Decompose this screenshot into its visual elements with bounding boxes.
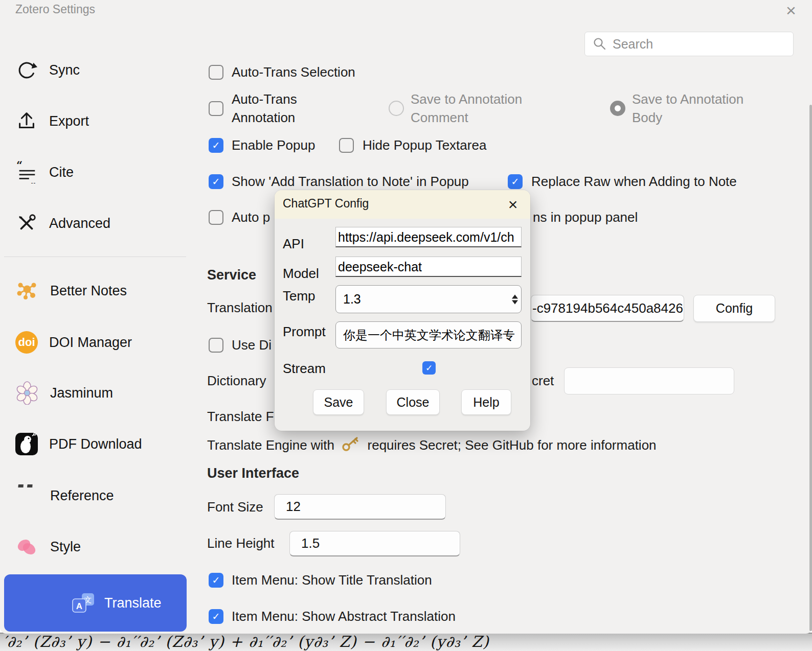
window-close-icon[interactable]: × <box>778 0 804 21</box>
sidebar-label: DOI Manager <box>49 335 132 351</box>
sidebar-item-jasminum[interactable]: Jasminum <box>15 377 113 409</box>
font-size-input[interactable]: 12 <box>274 494 446 520</box>
api-label: API <box>283 236 304 252</box>
popup-panel-label-partial: ns in popup panel <box>533 208 638 226</box>
sidebar-item-cite[interactable]: “ „ Cite <box>15 156 74 189</box>
prompt-input[interactable]: 你是一个中英文学术论文翻译专 <box>335 321 522 348</box>
auto-trans-annotation-checkbox[interactable] <box>209 101 223 116</box>
export-icon <box>15 110 38 132</box>
model-input[interactable]: deepseek-chat <box>335 257 522 277</box>
show-add-translation-label: Show 'Add Translation to Note' in Popup <box>232 172 469 191</box>
svg-text:„: „ <box>30 174 36 183</box>
show-add-translation-checkbox[interactable]: ✓ <box>209 174 223 189</box>
enable-popup-label: Enable Popup <box>232 136 315 154</box>
save-button[interactable]: Save <box>313 389 364 415</box>
check-icon: ✓ <box>212 575 220 585</box>
dictionary-label: Dictionary <box>207 371 266 390</box>
zotero-settings-window: Zotero Settings × Search Sync Export “ „ <box>0 0 812 634</box>
sidebar-label: Better Notes <box>50 283 127 299</box>
save-to-annotation-body-radio[interactable] <box>610 101 625 116</box>
check-icon: ✓ <box>511 177 520 187</box>
dialog-title: ChatGPT Config <box>283 197 369 211</box>
translation-label: Translation <box>207 298 273 317</box>
dialog-close-icon[interactable]: × <box>503 193 523 216</box>
petals-icon <box>15 535 39 559</box>
engine-note: Translate Engine with requires Secret; S… <box>207 436 657 454</box>
math-formula: ′∂₂’ (Z∂₃’ y) − ∂₁′′∂₂’ (Z∂₃’ y) + ∂₁′′∂… <box>3 633 489 650</box>
sidebar-item-reference[interactable]: “ Reference <box>15 479 114 512</box>
doi-icon: doi <box>15 331 38 354</box>
stream-label: Stream <box>283 361 326 377</box>
sidebar-label: Jasminum <box>50 385 113 401</box>
stream-checkbox[interactable]: ✓ <box>422 361 436 375</box>
doi-badge-text: doi <box>18 336 35 349</box>
temp-label: Temp <box>283 288 315 304</box>
sidebar-label: Translate <box>104 595 162 611</box>
search-placeholder: Search <box>613 37 653 52</box>
save-to-annotation-comment-radio[interactable] <box>389 101 404 116</box>
temp-input[interactable]: 1.3 <box>335 285 522 313</box>
sidebar-item-pdf-download[interactable]: PDF Download <box>15 428 142 460</box>
item-menu-title-label: Item Menu: Show Title Translation <box>232 571 432 589</box>
engine-note-pre: Translate Engine with <box>207 437 334 453</box>
sidebar-divider <box>4 257 186 257</box>
use-dict-checkbox[interactable] <box>209 338 223 353</box>
replace-raw-checkbox[interactable]: ✓ <box>508 174 523 189</box>
sidebar-item-advanced[interactable]: Advanced <box>15 207 110 240</box>
replace-raw-label: Replace Raw when Adding to Note <box>531 172 737 191</box>
flower-icon <box>15 381 39 405</box>
tools-icon <box>15 212 38 235</box>
temp-value: 1.3 <box>343 292 361 306</box>
item-menu-title-checkbox[interactable]: ✓ <box>209 573 223 588</box>
service-heading: Service <box>207 266 256 284</box>
check-icon: ✓ <box>212 612 220 621</box>
auto-trans-selection-checkbox[interactable] <box>209 65 223 80</box>
sidebar-item-sync[interactable]: Sync <box>15 54 80 86</box>
svg-text:A: A <box>76 601 82 611</box>
key-icon <box>342 436 359 452</box>
window-title: Zotero Settings <box>15 3 95 16</box>
background-document-strip: ′∂₂’ (Z∂₃’ y) − ∂₁′′∂₂’ (Z∂₃’ y) + ∂₁′′∂… <box>0 633 812 651</box>
auto-popup-checkbox[interactable] <box>209 210 223 225</box>
hide-popup-textarea-checkbox[interactable] <box>339 138 354 153</box>
sidebar-item-better-notes[interactable]: Better Notes <box>15 274 127 307</box>
save-to-annotation-body-label: Save to Annotation Body <box>632 90 743 127</box>
hide-popup-textarea-label: Hide Popup Textarea <box>363 136 486 154</box>
sidebar-item-export[interactable]: Export <box>15 105 89 137</box>
sidebar-label: Sync <box>49 62 80 78</box>
sidebar-label: PDF Download <box>49 436 142 452</box>
sidebar-item-style[interactable]: Style <box>15 530 81 563</box>
check-icon: ✓ <box>425 363 433 373</box>
search-input[interactable]: Search <box>584 32 794 56</box>
user-interface-heading: User Interface <box>207 464 299 482</box>
search-icon <box>593 37 606 51</box>
use-dict-label-partial: Use Di <box>232 336 272 354</box>
dictionary-secret-input[interactable] <box>564 367 734 394</box>
sidebar-item-doi-manager[interactable]: doi DOI Manager <box>15 326 132 359</box>
quote-icon: “ <box>15 484 39 507</box>
translate-icon: 文 A <box>72 592 95 614</box>
number-spinner-icon[interactable] <box>512 294 518 304</box>
sidebar-item-translate-selected[interactable]: 文 A Translate <box>4 574 187 632</box>
item-menu-abstract-checkbox[interactable]: ✓ <box>209 609 223 624</box>
screen: { "window": { "title": "Zotero Settings"… <box>0 0 812 651</box>
scrollbar[interactable] <box>809 105 812 631</box>
line-height-input[interactable]: 1.5 <box>289 531 460 556</box>
better-notes-icon <box>15 279 39 303</box>
enable-popup-checkbox[interactable]: ✓ <box>209 138 223 153</box>
penguin-icon <box>15 433 38 455</box>
secret-label-partial: cret <box>532 371 554 390</box>
check-icon: ✓ <box>212 177 220 187</box>
close-button[interactable]: Close <box>386 389 440 415</box>
sidebar-label: Style <box>50 539 81 555</box>
check-icon: ✓ <box>212 141 220 150</box>
help-button[interactable]: Help <box>461 389 511 415</box>
translate-f-label-partial: Translate F <box>207 407 274 426</box>
api-input[interactable]: https://api.deepseek.com/v1/ch <box>335 227 522 247</box>
config-button[interactable]: Config <box>693 295 775 322</box>
translation-secret-field[interactable]: -c978194b564c450a8426 <box>531 295 684 322</box>
dialog-header[interactable]: ChatGPT Config × <box>275 190 530 219</box>
sidebar-label: Export <box>49 113 89 129</box>
svg-text:“: “ <box>16 161 22 171</box>
auto-popup-label-partial: Auto p <box>232 208 270 226</box>
